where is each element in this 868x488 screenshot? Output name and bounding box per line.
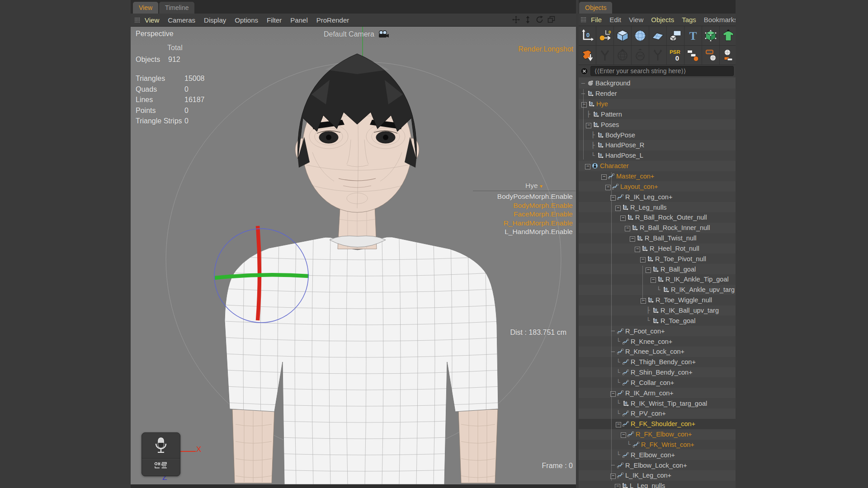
sphere-icon[interactable] [632, 26, 649, 45]
tree-item-r-collar-con-[interactable]: └R_Collar_con+ [579, 377, 736, 388]
tree-item-r-elbow-con-[interactable]: └R_Elbow_con+ [579, 450, 736, 460]
tree-item-r-ik-arm-con-[interactable]: −R_IK_Arm_con+ [579, 388, 736, 398]
rotate-icon[interactable] [536, 16, 543, 23]
spline-object-icon[interactable] [617, 462, 624, 469]
null-object-icon[interactable]: 0 [579, 26, 596, 45]
spline-object-icon[interactable] [627, 431, 634, 437]
menu-panel[interactable]: Panel [290, 16, 307, 24]
tree-item-r-ik-leg-con-[interactable]: −R_IK_Leg_con+ [579, 192, 736, 202]
expander-icon[interactable]: − [585, 121, 592, 128]
null-object-icon[interactable]: 0 [597, 132, 604, 138]
tree-item-r-ik-ankle-tip-goal[interactable]: −0R_IK_Ankle_Tip_goal [579, 274, 736, 285]
menu-view[interactable]: View [629, 16, 643, 23]
tab-timeline[interactable]: Timeline [159, 2, 194, 14]
wrap-disabled-icon[interactable] [632, 46, 649, 65]
locator-icon[interactable]: 0 [596, 26, 614, 45]
chevron-down-icon[interactable]: ▾ [540, 183, 542, 189]
spline-object-icon[interactable] [617, 328, 624, 334]
camera-label[interactable]: Default Camera [324, 30, 374, 38]
null-object-icon[interactable]: 0 [647, 297, 654, 303]
null-object-icon[interactable]: 0 [597, 152, 604, 159]
tree-item-poses[interactable]: −0Poses [579, 119, 736, 130]
null-object-icon[interactable]: 0 [622, 204, 629, 211]
menu-display[interactable]: Display [204, 16, 226, 24]
tab-objects[interactable]: Objects [579, 2, 612, 14]
null-object-icon[interactable]: 0 [627, 214, 634, 221]
spline-object-icon[interactable] [623, 410, 629, 417]
spline-object-icon[interactable] [617, 348, 624, 355]
morph-toggle[interactable]: FaceMorph.Enable [497, 210, 573, 219]
grip-icon[interactable] [580, 17, 586, 23]
camera-label-row[interactable]: Default Camera [280, 30, 434, 38]
tree-item-master-con-[interactable]: −Master_con+ [579, 171, 736, 182]
spline-object-icon[interactable] [617, 472, 624, 479]
tree-item-r-pv-con-[interactable]: └R_PV_con+ [579, 408, 736, 419]
cube-icon[interactable] [614, 26, 632, 45]
spline-object-icon[interactable] [617, 194, 624, 200]
null-object-icon[interactable]: 0 [657, 276, 664, 282]
null-object-icon[interactable]: 0 [663, 286, 670, 293]
tree-item-hye[interactable]: −0Hye [579, 99, 736, 109]
tree-item-r-ik-ankle-upv-targ[interactable]: └0R_IK_Ankle_upv_targ [579, 285, 736, 295]
expander-icon[interactable]: − [605, 183, 611, 190]
grip-icon[interactable] [134, 17, 140, 23]
tree-item-r-toe-wiggle-null[interactable]: −0R_Toe_Wiggle_null [579, 295, 736, 305]
spline-object-icon[interactable] [623, 452, 629, 458]
menu-objects[interactable]: Objects [651, 16, 674, 23]
instance-icon[interactable] [667, 26, 684, 45]
expander-icon[interactable]: − [640, 296, 646, 304]
expander-icon[interactable]: − [614, 482, 621, 488]
tree-item-layout-con-[interactable]: −Layout_con+ [579, 181, 736, 192]
null-object-icon[interactable]: 0 [622, 483, 628, 488]
tree-item-character[interactable]: −Character [579, 161, 736, 171]
spline-object-icon[interactable] [623, 380, 629, 386]
tree-item-background[interactable]: ─Background [579, 78, 736, 89]
spline-object-icon[interactable] [623, 359, 629, 365]
tree-item-r-toe-goal[interactable]: └0R_Toe_goal [579, 315, 736, 326]
null-object-icon[interactable]: 0 [593, 122, 599, 128]
null-object-icon[interactable]: 0 [588, 101, 595, 107]
tree-item-r-ball-rock-inner-null[interactable]: −0R_Ball_Rock_Inner_null [579, 223, 736, 233]
viewport-canvas[interactable]: Perspective Total Objects912Triangles150… [131, 27, 576, 484]
background-object-icon[interactable] [587, 80, 594, 86]
tree-item-l-leg-nulls[interactable]: −0L_Leg_nulls [579, 481, 736, 488]
tree-item-pattern[interactable]: ├0Pattern [579, 109, 736, 120]
render-preset-label[interactable]: Render.Longshot [518, 45, 573, 53]
menu-tags[interactable]: Tags [682, 16, 696, 23]
tab-view[interactable]: View [133, 2, 158, 14]
tree-item-r-ik-wrist-tip-targ-goal[interactable]: └0R_IK_Wrist_Tip_targ_goal [579, 398, 736, 408]
psr-icon[interactable]: PSR0 [667, 46, 684, 65]
morph-toggle[interactable]: BodyMorph.Enable [497, 201, 573, 210]
null-object-icon[interactable]: 0 [652, 307, 659, 314]
cloth-icon[interactable] [720, 26, 736, 45]
maximize-icon[interactable] [547, 16, 555, 23]
globe-disabled-icon[interactable] [614, 46, 632, 65]
expander-icon[interactable]: − [640, 255, 646, 263]
null-object-icon[interactable]: 0 [647, 256, 654, 262]
morph-hud-title[interactable]: Hye ▾ [525, 182, 542, 190]
move-icon[interactable] [512, 16, 520, 23]
tree-item-r-ball-rock-outer-null[interactable]: −0R_Ball_Rock_Outer_null [579, 212, 736, 223]
branch-disabled-icon[interactable] [596, 46, 614, 65]
spline-object-icon[interactable] [617, 390, 624, 396]
tree-item-render[interactable]: ─0Render [579, 89, 736, 99]
tree-item-r-leg-nulls[interactable]: −0R_Leg_nulls [579, 202, 736, 212]
tree-item-r-heel-rot-null[interactable]: −0R_Heel_Rot_null [579, 244, 736, 254]
expander-icon[interactable]: − [634, 245, 641, 252]
menu-prorender[interactable]: ProRender [316, 16, 349, 24]
null-object-icon[interactable]: 0 [623, 400, 629, 407]
menu-options[interactable]: Options [235, 16, 258, 24]
tree-item-bodypose[interactable]: ├0BodyPose [579, 130, 736, 140]
null-object-icon[interactable]: 0 [642, 245, 648, 252]
expander-icon[interactable]: − [615, 420, 622, 427]
projection-label[interactable]: Perspective [136, 30, 174, 38]
character-object-icon[interactable] [592, 163, 599, 169]
expander-icon[interactable]: − [581, 100, 587, 108]
null-object-icon[interactable]: 0 [597, 142, 604, 148]
tree-item-r-toe-pivot-null[interactable]: −0R_Toe_Pivot_null [579, 253, 736, 264]
null-object-icon[interactable]: 0 [593, 111, 599, 117]
menu-file[interactable]: File [591, 16, 602, 23]
morph-toggle[interactable]: L_HandMorph.Enable [497, 227, 573, 236]
tree-item-r-elbow-lock-con-[interactable]: ─R_Elbow_Lock_con+ [579, 460, 736, 470]
tree-item-r-ball-goal[interactable]: −0R_Ball_goal [579, 264, 736, 274]
